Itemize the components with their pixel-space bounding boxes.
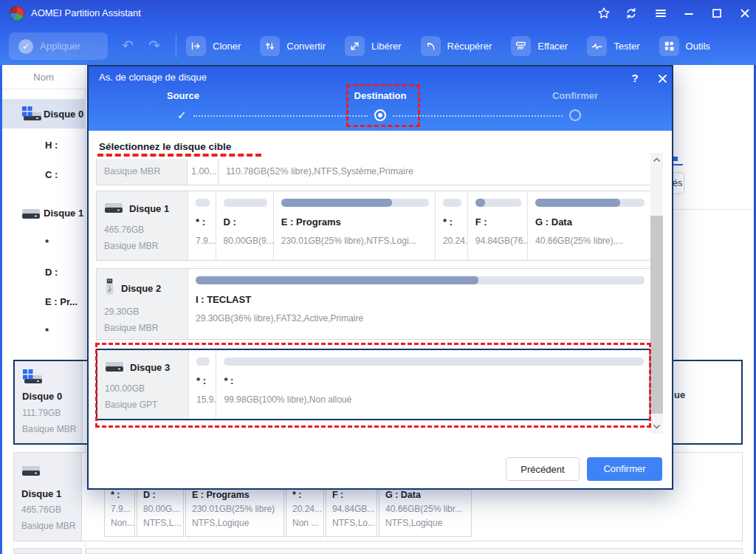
sidebar-item-h[interactable]: H : bbox=[2, 130, 86, 160]
bg-disk1-type: Basique MBR bbox=[21, 521, 75, 531]
bg-disk0-panel[interactable]: Disque 0 111.79GB Basique MBR bbox=[15, 361, 83, 443]
sidebar-item-c[interactable]: C : bbox=[2, 160, 86, 189]
previous-button[interactable]: Précédent bbox=[506, 457, 580, 481]
scroll-down-icon[interactable] bbox=[650, 420, 663, 434]
bg-partition-box[interactable]: * :20.24...Non ... bbox=[286, 485, 324, 537]
bg-partition-text: Non ... bbox=[292, 518, 318, 528]
disk-info-panel: Disque 229.30GBBasique MBR bbox=[97, 269, 188, 339]
partition-info: 99.98GB(100% libre),Non alloué bbox=[224, 394, 644, 405]
partition-cell: I : TECLAST29.30GB(36% libre),FAT32,Acti… bbox=[188, 269, 650, 339]
disk-icon bbox=[21, 463, 41, 480]
toolbar-item-effacer[interactable]: Effacer bbox=[511, 36, 568, 56]
bg-partition-box[interactable]: D :80.00G...NTFS,L... bbox=[137, 485, 184, 537]
bg-partition-text: * : bbox=[111, 490, 120, 500]
favorite-star-icon[interactable] bbox=[595, 4, 613, 22]
sidebar-item-epr[interactable]: E : Pr... bbox=[2, 287, 86, 316]
partition-label: * : bbox=[196, 375, 210, 386]
bg-disk1-panel[interactable]: Disque 1 465.76GB Basique MBR bbox=[14, 453, 82, 541]
bg-partition-box[interactable]: E : Programs230.01GB(25% libre)NTFS,Logi… bbox=[185, 485, 284, 537]
sidebar-item-label: E : Pr... bbox=[45, 296, 78, 307]
partition-usage-fill bbox=[281, 199, 392, 207]
toolbar-item-label: Tester bbox=[614, 41, 639, 52]
step-connector bbox=[393, 115, 563, 117]
help-icon[interactable]: ? bbox=[627, 70, 643, 86]
maximize-icon[interactable] bbox=[708, 4, 726, 22]
sidebar-item-star[interactable]: * bbox=[2, 316, 86, 346]
toolbar-item-label: Cloner bbox=[213, 41, 241, 52]
confirm-button[interactable]: Confirmer bbox=[587, 457, 662, 481]
bg-partition-box[interactable]: G : Data40.66GB(25% libr...NTFS,Logique bbox=[379, 485, 472, 537]
apply-button[interactable]: Appliquer bbox=[9, 33, 108, 60]
sidebar-item-label: Disque 1 bbox=[44, 208, 83, 219]
partition-cell: * :15.9... bbox=[189, 350, 216, 419]
bg-partition-text: 94.84GB... bbox=[332, 504, 374, 514]
toolbar-item-convertir[interactable]: Convertir bbox=[260, 36, 326, 56]
sidebar-item-label: * bbox=[45, 326, 49, 337]
toolbar-item-cloner[interactable]: Cloner bbox=[186, 36, 241, 56]
toolbar-item-tester[interactable]: Tester bbox=[587, 36, 639, 56]
disk-icon bbox=[104, 200, 123, 217]
window-left-border bbox=[0, 65, 2, 554]
dialog-title: As. de clonage de disque bbox=[99, 72, 207, 83]
sidebar-item-disque0[interactable]: Disque 0 bbox=[2, 99, 86, 129]
partition-label: D : bbox=[224, 216, 267, 228]
minimize-icon[interactable] bbox=[680, 4, 698, 22]
partition-label: G : Data bbox=[535, 216, 645, 228]
target-disk-row-disque-1[interactable]: Disque 1465.76GBBasique MBR* :7.9...D :8… bbox=[96, 191, 651, 261]
dialog-close-icon[interactable] bbox=[654, 70, 670, 86]
sync-icon[interactable] bbox=[622, 4, 640, 22]
menu-icon[interactable] bbox=[652, 4, 670, 22]
bg-partition-text: NTFS,Lo... bbox=[332, 518, 375, 528]
toolbar-item-recuperer[interactable]: Récupérer bbox=[421, 36, 492, 56]
disk-icon bbox=[105, 359, 124, 376]
partition-usage-bar bbox=[535, 199, 645, 207]
bg-button-fragment[interactable]: és bbox=[673, 172, 684, 194]
partition-info: 29.30GB(36% libre),FAT32,Active,Primaire bbox=[196, 313, 645, 324]
disk0-row-partial[interactable]: Basique MBR 1.00... 110.78GB(52% libre),… bbox=[96, 159, 651, 185]
sidebar-item-d[interactable]: D : bbox=[2, 257, 86, 287]
wipe-shredder-icon bbox=[511, 36, 531, 56]
partition-cell: * :20.24... bbox=[436, 191, 468, 260]
bg-partition-box[interactable]: F :94.84GB...NTFS,Lo... bbox=[326, 485, 377, 537]
sidebar-item-disque1[interactable]: Disque 1 bbox=[2, 198, 86, 228]
redo-icon[interactable] bbox=[145, 35, 164, 55]
toolbar-item-outils[interactable]: Outils bbox=[659, 36, 710, 56]
tools-grid-icon bbox=[659, 36, 679, 56]
sidebar-item-label: D : bbox=[45, 267, 58, 278]
disk-list-scrollbar[interactable] bbox=[650, 153, 663, 434]
recover-arrow-icon bbox=[421, 36, 441, 56]
disk0-partition-cell: 1.00... bbox=[188, 159, 219, 185]
step-label-confirm: Confirmer bbox=[552, 90, 598, 101]
bg-partition-box[interactable]: * :7.9...Non... bbox=[104, 485, 135, 537]
bg-partition-text: D : bbox=[143, 490, 156, 500]
scroll-up-icon[interactable] bbox=[650, 153, 663, 167]
disk-type: Basique MBR bbox=[104, 241, 182, 251]
partition-cell: * :7.9... bbox=[188, 191, 216, 260]
toolbar-item-liberer[interactable]: Libérer bbox=[345, 36, 401, 56]
disk-size: 100.00GB bbox=[105, 383, 182, 394]
step-done-check-icon bbox=[177, 109, 187, 122]
disk-icon bbox=[21, 206, 44, 220]
partition-usage-bar bbox=[224, 358, 644, 366]
toolbar-item-label: Effacer bbox=[537, 41, 568, 52]
bg-disk1-name: Disque 1 bbox=[21, 488, 61, 499]
disk-info-head: Disque 2 bbox=[104, 278, 182, 299]
target-disk-row-disque-2[interactable]: Disque 229.30GBBasique MBRI : TECLAST29.… bbox=[96, 268, 651, 340]
bg-partition-text: NTFS,Logique bbox=[192, 518, 249, 528]
sidebar-item-star[interactable]: * bbox=[2, 228, 86, 257]
partition-info: 15.9... bbox=[196, 394, 210, 405]
convert-arrows-icon bbox=[260, 36, 280, 56]
partition-label: E : Programs bbox=[281, 216, 429, 228]
partition-label: F : bbox=[475, 216, 521, 228]
step-current-radio-icon bbox=[374, 109, 386, 121]
sidebar-item-label: C : bbox=[45, 169, 58, 180]
disk-info-panel: Disque 1465.76GBBasique MBR bbox=[97, 191, 188, 260]
bg-divider-fragment bbox=[673, 209, 753, 210]
undo-icon[interactable] bbox=[118, 35, 137, 55]
close-icon[interactable] bbox=[736, 4, 754, 22]
step-connector bbox=[193, 115, 368, 117]
test-pulse-icon bbox=[587, 36, 607, 56]
target-disk-row-disque-3[interactable]: Disque 3100.00GBBasique GPT* :15.9...* :… bbox=[96, 349, 651, 420]
scrollbar-thumb[interactable] bbox=[650, 216, 663, 414]
disk-name: Disque 1 bbox=[129, 203, 169, 214]
